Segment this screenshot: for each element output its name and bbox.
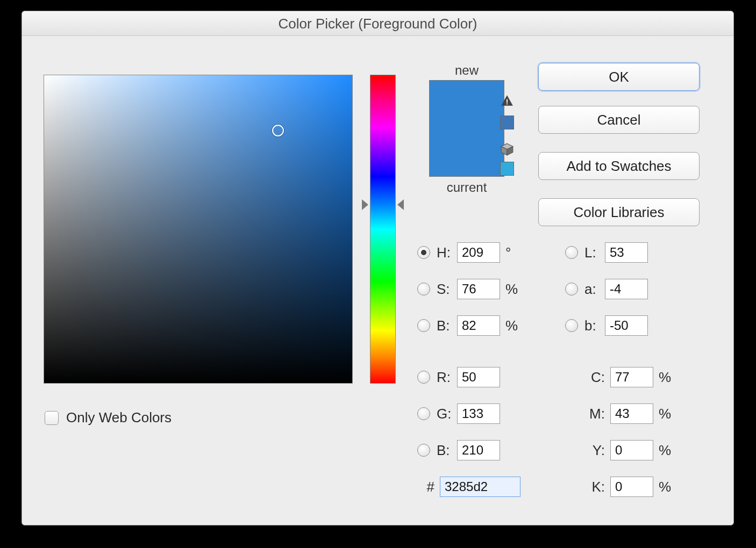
svg-rect-1 <box>507 103 508 104</box>
input-h[interactable] <box>457 242 500 263</box>
input-a[interactable] <box>605 279 648 299</box>
label-m: M: <box>584 406 605 422</box>
preview-aux-column <box>498 94 516 176</box>
radio-r[interactable] <box>417 371 430 384</box>
color-field[interactable] <box>44 75 353 384</box>
radio-s[interactable] <box>417 283 430 295</box>
input-b-blue[interactable] <box>457 440 500 460</box>
label-b-blue: B: <box>437 442 457 459</box>
radio-b-brightness[interactable] <box>417 319 430 332</box>
only-web-colors-checkbox[interactable] <box>45 411 59 425</box>
color-picker-dialog: Color Picker (Foreground Color) new <box>22 11 734 525</box>
dialog-body: new current <box>22 36 733 525</box>
input-hex[interactable] <box>440 477 520 497</box>
input-r[interactable] <box>457 367 500 387</box>
hue-slider-handle-left-icon[interactable] <box>362 199 368 210</box>
only-web-colors-label: Only Web Colors <box>66 409 172 426</box>
label-a: a: <box>584 281 605 298</box>
hue-slider[interactable] <box>370 75 396 384</box>
radio-b-lab[interactable] <box>565 319 578 332</box>
radio-l[interactable] <box>565 246 578 259</box>
input-y[interactable] <box>610 440 653 460</box>
web-safe-swatch[interactable] <box>500 162 514 176</box>
label-g: G: <box>437 406 457 422</box>
unit-y: % <box>659 442 671 459</box>
label-y: Y: <box>584 442 605 459</box>
label-s: S: <box>437 281 457 298</box>
preview-new-swatch[interactable] <box>430 81 504 128</box>
unit-b-brightness: % <box>505 318 518 334</box>
input-m[interactable] <box>610 403 653 424</box>
add-to-swatches-button[interactable]: Add to Swatches <box>538 152 700 180</box>
radio-b-blue[interactable] <box>417 444 430 457</box>
label-k: K: <box>584 479 605 495</box>
gamut-warning-swatch[interactable] <box>500 116 514 129</box>
input-b-brightness[interactable] <box>457 315 500 336</box>
hex-prefix: # <box>417 479 434 495</box>
preview-new-label: new <box>418 63 515 78</box>
input-b-lab[interactable] <box>605 315 648 336</box>
unit-k: % <box>659 479 671 495</box>
label-r: R: <box>437 369 457 386</box>
input-s[interactable] <box>457 279 500 299</box>
unit-m: % <box>659 406 671 422</box>
svg-rect-0 <box>507 99 508 103</box>
color-libraries-button[interactable]: Color Libraries <box>538 198 700 226</box>
label-b-lab: b: <box>584 318 605 334</box>
label-l: L: <box>584 244 605 261</box>
gamut-warning-icon[interactable] <box>500 94 514 110</box>
input-l[interactable] <box>605 242 648 263</box>
color-field-cursor[interactable] <box>272 125 284 136</box>
unit-s: % <box>505 281 518 298</box>
preview-swatches <box>429 80 504 177</box>
unit-c: % <box>659 369 671 386</box>
only-web-colors-option[interactable]: Only Web Colors <box>45 409 172 426</box>
label-c: C: <box>584 369 605 386</box>
input-k[interactable] <box>610 477 653 497</box>
preview-current-swatch[interactable] <box>430 128 504 176</box>
unit-h: ° <box>505 244 511 261</box>
radio-h[interactable] <box>417 246 430 259</box>
cancel-button[interactable]: Cancel <box>538 106 700 134</box>
hue-slider-handle-right-icon[interactable] <box>397 199 404 210</box>
input-g[interactable] <box>457 403 500 424</box>
input-c[interactable] <box>610 367 653 387</box>
web-safe-cube-icon[interactable] <box>500 142 514 156</box>
radio-a[interactable] <box>565 283 578 295</box>
label-b-brightness: B: <box>437 318 457 334</box>
ok-button[interactable]: OK <box>538 63 700 91</box>
preview-current-label: current <box>418 180 515 195</box>
label-h: H: <box>437 244 457 261</box>
radio-g[interactable] <box>417 407 430 420</box>
dialog-title: Color Picker (Foreground Color) <box>22 11 733 36</box>
